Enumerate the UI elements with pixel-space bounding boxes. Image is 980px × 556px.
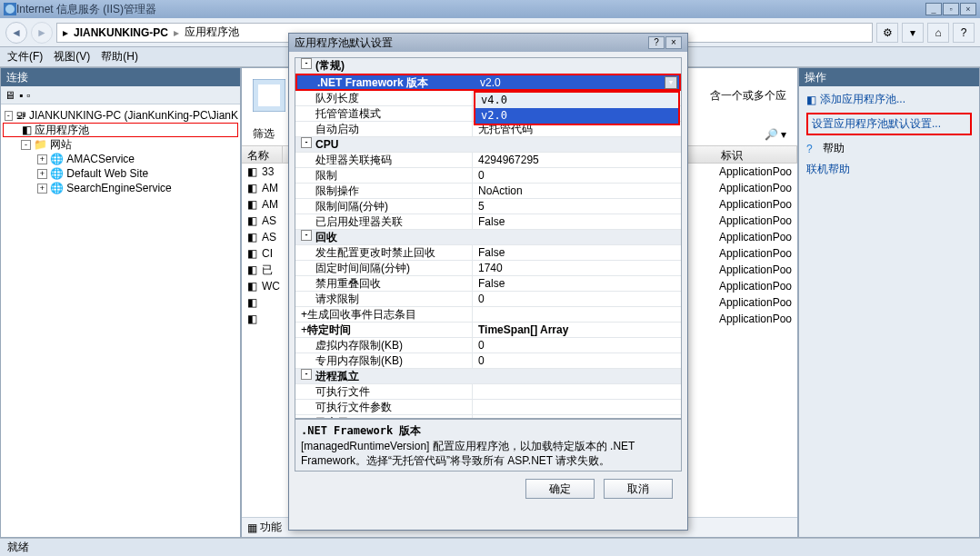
collapse-icon[interactable]: - — [301, 58, 312, 69]
col-name[interactable]: 名称 — [242, 146, 283, 163]
window-title: Internet 信息服务 (IIS)管理器 — [16, 2, 156, 17]
tree-btn2[interactable]: ▪ — [19, 89, 23, 102]
ok-button[interactable]: 确定 — [525, 479, 595, 499]
svg-rect-3 — [258, 84, 280, 106]
property-category[interactable]: -CPU — [295, 137, 681, 153]
property-value[interactable]: 0 — [473, 292, 681, 306]
property-value[interactable] — [473, 400, 681, 414]
property-row[interactable]: 已启用False — [295, 415, 681, 419]
breadcrumb-apppool[interactable]: 应用程序池 — [185, 25, 239, 40]
property-category[interactable]: -进程孤立 — [295, 369, 681, 384]
collapse-icon[interactable]: - — [301, 137, 312, 148]
property-value[interactable] — [473, 384, 681, 399]
action-set-default[interactable]: 设置应用程序池默认设置... — [812, 116, 966, 132]
dropdown-option[interactable]: v4.0 — [475, 93, 678, 108]
tab-features[interactable]: 功能 — [260, 520, 282, 535]
property-value[interactable]: False — [473, 245, 681, 260]
property-label: 限制间隔(分钟) — [295, 199, 473, 213]
collapse-icon[interactable]: - — [5, 111, 13, 121]
dropdown-icon[interactable]: ▾ — [665, 76, 677, 89]
expand-icon[interactable]: + — [37, 184, 47, 194]
property-row[interactable]: +生成回收事件日志条目 — [295, 307, 681, 323]
property-value[interactable]: False — [473, 214, 681, 229]
property-row[interactable]: 虚拟内存限制(KB)0 — [295, 338, 681, 353]
property-row[interactable]: 限制0 — [295, 168, 681, 184]
property-value[interactable]: 1740 — [473, 261, 681, 275]
property-row[interactable]: 专用内存限制(KB)0 — [295, 353, 681, 369]
property-value[interactable]: 0 — [473, 353, 681, 368]
close-button[interactable]: × — [960, 3, 976, 15]
tree-site-amac[interactable]: +🌐 AMACService — [3, 152, 238, 166]
dialog-close-button[interactable]: × — [665, 36, 682, 49]
apppool-icon: ◧ — [247, 313, 262, 325]
menu-file[interactable]: 文件(F) — [7, 49, 43, 65]
tree-root[interactable]: -🖳 JIANKUNKING-PC (JianKunKing-PC\JianK — [3, 108, 238, 123]
desc-title: .NET Framework 版本 — [301, 423, 675, 439]
property-label: 队列长度 — [295, 91, 473, 105]
property-row[interactable]: 限制操作NoAction — [295, 184, 681, 199]
action-help[interactable]: ? 帮助 — [806, 141, 972, 156]
menu-view[interactable]: 视图(V) — [54, 49, 90, 65]
property-row[interactable]: 发生配置更改时禁止回收False — [295, 245, 681, 261]
minimize-button[interactable]: _ — [925, 3, 942, 15]
server-icon: 🖳 — [15, 109, 26, 122]
netfx-dropdown[interactable]: v4.0v2.0 — [474, 91, 680, 125]
property-row[interactable]: 固定时间间隔(分钟)1740 — [295, 261, 681, 276]
expand-icon[interactable]: + — [37, 154, 47, 164]
property-value[interactable]: v2.0▾ — [475, 75, 679, 89]
breadcrumb-host[interactable]: JIANKUNKING-PC — [74, 26, 168, 39]
expand-icon[interactable]: + — [301, 308, 307, 321]
col-identity[interactable]: 标识 — [715, 146, 797, 163]
property-label: +生成回收事件日志条目 — [295, 307, 473, 322]
property-value[interactable]: 0 — [473, 338, 681, 352]
property-value[interactable]: 5 — [473, 199, 681, 213]
property-label: 自动启动 — [295, 122, 473, 136]
action-add-apppool[interactable]: ◧添加应用程序池... — [806, 92, 972, 107]
collapse-icon[interactable]: - — [301, 230, 312, 241]
dialog-help-button[interactable]: ? — [648, 36, 665, 49]
property-value[interactable] — [473, 307, 681, 322]
expand-icon[interactable]: + — [37, 169, 47, 179]
property-row[interactable]: +特定时间TimeSpan[] Array — [295, 323, 681, 338]
property-category[interactable]: -回收 — [295, 230, 681, 245]
property-row[interactable]: 请求限制0 — [295, 292, 681, 307]
tree-btn1[interactable]: 🖥 — [5, 89, 15, 102]
property-row[interactable]: .NET Framework 版本v2.0▾ — [295, 74, 681, 91]
property-row[interactable]: 处理器关联掩码4294967295 — [295, 153, 681, 168]
property-value[interactable]: False — [473, 415, 681, 419]
back-button[interactable]: ◄ — [5, 22, 27, 44]
property-grid[interactable]: -(常规).NET Framework 版本v2.0▾队列长度托管管道模式自动启… — [295, 57, 682, 419]
property-row[interactable]: 可执行文件参数 — [295, 400, 681, 415]
property-value[interactable]: NoAction — [473, 184, 681, 198]
property-row[interactable]: 可执行文件 — [295, 384, 681, 400]
filter-dropdown-icon[interactable]: 🔎 ▾ — [765, 128, 786, 141]
tree-site-default[interactable]: +🌐 Default Web Site — [3, 166, 238, 181]
property-value[interactable]: 0 — [473, 168, 681, 183]
dialog-titlebar[interactable]: 应用程序池默认设置 ? × — [289, 34, 687, 52]
property-category[interactable]: -(常规) — [295, 58, 681, 74]
collapse-icon[interactable]: - — [21, 140, 31, 150]
collapse-icon[interactable]: - — [301, 369, 312, 380]
property-row[interactable]: 限制间隔(分钟)5 — [295, 199, 681, 214]
menu-help[interactable]: 帮助(H) — [101, 49, 138, 65]
settings-icon[interactable]: ⚙ — [876, 23, 898, 43]
expand-icon[interactable]: + — [301, 323, 307, 336]
restore-button[interactable]: ▫ — [943, 3, 959, 15]
tool-icon[interactable]: ▾ — [902, 23, 924, 43]
apppool-big-icon — [253, 79, 285, 112]
property-row[interactable]: 已启用处理器关联False — [295, 214, 681, 230]
property-row[interactable]: 禁用重叠回收False — [295, 276, 681, 292]
tree-site-search[interactable]: +🌐 SearchEngineService — [3, 181, 238, 195]
property-value[interactable]: 4294967295 — [473, 153, 681, 167]
property-value[interactable]: False — [473, 276, 681, 291]
dropdown-option[interactable]: v2.0 — [475, 108, 678, 124]
connection-tree: -🖳 JIANKUNKING-PC (JianKunKing-PC\JianK … — [1, 104, 240, 537]
tree-sites[interactable]: -📁 网站 — [3, 137, 238, 152]
home-icon[interactable]: ⌂ — [927, 23, 949, 43]
cancel-button[interactable]: 取消 — [604, 479, 673, 499]
tree-btn3[interactable]: ▫ — [26, 89, 30, 102]
forward-button[interactable]: ► — [31, 22, 53, 44]
help-icon[interactable]: ? — [953, 23, 975, 43]
action-online-help[interactable]: 联机帮助 — [806, 162, 972, 177]
tree-apppools[interactable]: ◧ 应用程序池 — [3, 123, 238, 137]
